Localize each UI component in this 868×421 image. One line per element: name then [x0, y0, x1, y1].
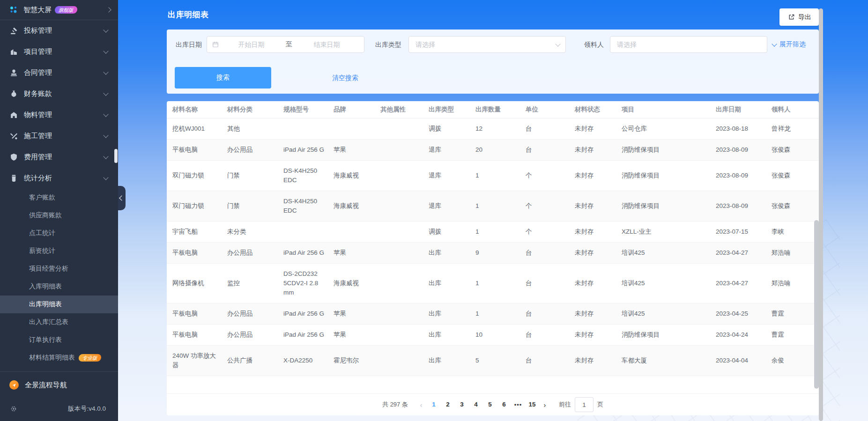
page-number[interactable]: 1 [427, 398, 441, 411]
sidebar-subitem-in-out-summary[interactable]: 出入库汇总表 [0, 313, 118, 331]
sidebar-subitem-label: 客户账款 [29, 193, 55, 202]
end-date-input[interactable] [294, 40, 359, 49]
table-cell: DS-K4H250 EDC [283, 161, 334, 191]
stamp-icon [9, 69, 18, 77]
table-row[interactable]: 双门磁力锁门禁DS-K4H250 EDC海康威视退库1个未封存消防维保项目202… [167, 191, 819, 222]
sidebar-item-panorama-nav[interactable]: 全景流程导航 [0, 374, 118, 396]
sidebar-collapse-handle[interactable] [118, 186, 126, 210]
expand-filters-link[interactable]: 展开筛选 [772, 36, 806, 53]
sidebar-item-smart-screen[interactable]: 智慧大屏 旗舰版 [0, 0, 118, 20]
chevron-down-icon [103, 90, 108, 96]
sidebar-subitem-label: 材料结算明细表 [29, 354, 75, 362]
page-number[interactable]: 15 [525, 398, 539, 411]
filter-panel: 出库日期 至 出库类型 领料人 展开筛选 搜索 清空搜索 [167, 30, 819, 94]
table-row[interactable]: 网络摄像机监控DS-2CD232 5CDV2-I 2.8 mm海康威视出库1台未… [167, 264, 819, 303]
export-button[interactable]: 导出 [779, 8, 819, 26]
page-number[interactable]: 2 [441, 398, 455, 411]
sidebar-subitem-material-settlement[interactable]: 材料结算明细表专业版 [0, 349, 118, 367]
outbound-type-select[interactable] [408, 36, 566, 53]
page-number[interactable]: 4 [469, 398, 483, 411]
page-number[interactable]: 5 [483, 398, 497, 411]
column-header: 项目 [622, 101, 716, 118]
table-cell: 个 [526, 161, 575, 191]
gear-icon[interactable] [9, 405, 18, 413]
sidebar-subitem-order-execution[interactable]: 订单执行表 [0, 331, 118, 349]
start-date-input[interactable] [219, 40, 284, 49]
table-cell [380, 222, 429, 243]
sidebar-subitem-salary-stats[interactable]: 薪资统计 [0, 242, 118, 260]
sidebar-subitem-daywork-stats[interactable]: 点工统计 [0, 224, 118, 242]
table-cell: 培训425 [622, 264, 716, 303]
material-picker-input[interactable] [616, 40, 761, 49]
pagination-bar: 共 297 条 ‹ 123456•••15 › 前往 页 [167, 393, 819, 415]
building-icon [9, 48, 18, 56]
sidebar-item-construction[interactable]: 施工管理 [0, 126, 118, 147]
prev-page-button[interactable]: ‹ [415, 401, 427, 409]
sidebar-item-statistics[interactable]: 统计分析 [0, 168, 118, 189]
table-row[interactable]: 240W 功率放大器公共广播X-DA2250霍尼韦尔出库5台未封存车都大厦202… [167, 346, 819, 376]
table-cell: 其他 [227, 118, 283, 140]
table-cell: 张俊森 [772, 140, 819, 161]
table-cell: 出库 [429, 325, 475, 346]
table-cell: iPad Air 256 G [283, 243, 334, 264]
table-cell: 1 [475, 264, 526, 303]
sidebar-subitem-outbound-detail[interactable]: 出库明细表 [0, 295, 118, 313]
goto-page-input[interactable] [575, 397, 594, 412]
table-cell: 退库 [429, 191, 475, 222]
table-row[interactable]: 宇宙飞船未分类调拨1个未封存XZLL-业主2023-07-15李峡 [167, 222, 819, 243]
sidebar-item-expense[interactable]: 费用管理 [0, 147, 118, 168]
outbound-type-input[interactable] [415, 40, 556, 49]
table-cell: 监控 [227, 264, 283, 303]
sidebar-subitem-label: 出库明细表 [29, 300, 62, 309]
table-cell: 2023-08-09 [716, 140, 772, 161]
table-cell: 1 [475, 222, 526, 243]
warehouse-icon [9, 111, 18, 119]
table-cell: 张俊森 [772, 191, 819, 222]
table-cell: 车都大厦 [622, 346, 716, 376]
goto-label: 前往 [559, 400, 571, 409]
table-row[interactable]: 双门磁力锁门禁DS-K4H250 EDC海康威视退库1个未封存消防维保项目202… [167, 161, 819, 191]
page-scrollbar[interactable] [819, 8, 823, 421]
table-row[interactable]: 平板电脑办公用品iPad Air 256 G苹果出库9台未封存培训4252023… [167, 243, 819, 264]
clear-search-link[interactable]: 清空搜索 [332, 67, 358, 89]
table-row[interactable]: 平板电脑办公用品iPad Air 256 G苹果出库1台未封存培训4252023… [167, 303, 819, 325]
sidebar-item-material[interactable]: 物料管理 [0, 104, 118, 126]
material-picker-select[interactable] [610, 36, 767, 53]
export-icon [787, 13, 795, 22]
table-cell: 办公用品 [227, 140, 283, 161]
sidebar-subitem-project-analysis[interactable]: 项目经营分析 [0, 260, 118, 278]
table-row[interactable]: 平板电脑办公用品iPad Air 256 G苹果退库20台未封存消防维保项目20… [167, 140, 819, 161]
sidebar-scrollbar[interactable] [114, 149, 118, 163]
table-cell [380, 264, 429, 303]
sidebar-subitem-label: 供应商账款 [29, 211, 62, 220]
table-row[interactable]: 平板电脑办公用品iPad Air 256 G苹果出库10台未封存消防维保项目20… [167, 325, 819, 346]
table-cell: 个 [526, 222, 575, 243]
table-row[interactable]: 挖机WJ001其他调拨12台未封存公司仓库2023-08-18曾祥龙 [167, 118, 819, 140]
sidebar-item-project[interactable]: 项目管理 [0, 41, 118, 62]
sidebar-item-label: 智慧大屏 [23, 6, 52, 15]
page-ellipsis[interactable]: ••• [511, 401, 525, 408]
sidebar-subitem-customer-accounts[interactable]: 客户账款 [0, 189, 118, 207]
sidebar-subitem-inbound-detail[interactable]: 入库明细表 [0, 278, 118, 295]
sidebar-item-contract[interactable]: 合同管理 [0, 62, 118, 83]
table-cell: 2023-04-04 [716, 346, 772, 376]
sidebar-subitem-label: 点工统计 [29, 229, 55, 237]
table-cell: 未封存 [575, 303, 622, 325]
table-scrollbar[interactable] [814, 220, 819, 389]
sidebar-item-finance[interactable]: 财务账款 [0, 83, 118, 104]
table-cell: 消防维保项目 [622, 191, 716, 222]
table-cell: 2023-04-24 [716, 325, 772, 346]
next-page-button[interactable]: › [539, 401, 550, 409]
table-cell: 苹果 [334, 303, 380, 325]
sidebar-item-bidding[interactable]: 投标管理 [0, 20, 118, 41]
page-number[interactable]: 6 [497, 398, 511, 411]
sidebar-subitem-supplier-accounts[interactable]: 供应商账款 [0, 207, 118, 224]
date-range-picker[interactable]: 至 [207, 36, 364, 53]
table-cell: 曹霆 [772, 325, 819, 346]
table-cell: 平板电脑 [167, 325, 227, 346]
table-cell: 台 [526, 118, 575, 140]
column-header: 其他属性 [380, 101, 429, 118]
search-button[interactable]: 搜索 [175, 67, 271, 89]
table-cell: 调拨 [429, 222, 475, 243]
page-number[interactable]: 3 [455, 398, 469, 411]
